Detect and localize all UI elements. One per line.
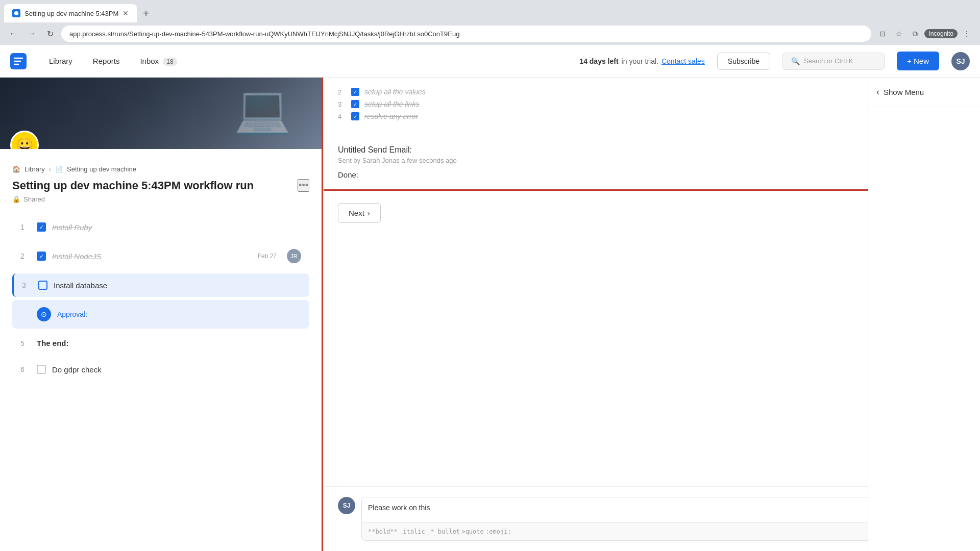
new-tab-button[interactable]: + xyxy=(139,6,153,21)
task-section-label: The end: xyxy=(37,339,301,347)
task-item[interactable]: 5 The end: xyxy=(12,332,309,355)
completed-item-num: 4 xyxy=(338,113,346,120)
search-box[interactable]: 🔍 Search or Ctrl+K xyxy=(782,53,885,70)
task-user-avatar: JR xyxy=(287,249,301,263)
chevron-right-icon: › xyxy=(368,209,370,217)
lock-icon: 🔒 xyxy=(12,195,20,203)
next-label: Next xyxy=(349,209,364,217)
task-checkbox[interactable] xyxy=(38,281,47,290)
task-item[interactable]: 1 ✓ Install Ruby xyxy=(12,215,309,239)
task-list: 1 ✓ Install Ruby 2 ✓ Install NodeJS Feb … xyxy=(0,209,322,551)
tab-close-button[interactable]: ✕ xyxy=(122,9,129,17)
task-checkbox[interactable] xyxy=(37,365,46,374)
trial-banner: 14 days left in your trial. Contact sale… xyxy=(579,57,704,65)
comment-avatar: SJ xyxy=(338,497,355,514)
task-checkbox[interactable]: ✓ xyxy=(37,222,46,232)
task-number: 6 xyxy=(20,365,31,373)
avatar[interactable]: SJ xyxy=(951,52,970,70)
completed-checkbox: ✓ xyxy=(351,88,359,96)
workflow-header-image: 💻 😀 xyxy=(0,78,322,149)
completed-item-num: 2 xyxy=(338,88,346,96)
bold-hint: **bold** xyxy=(368,528,398,535)
bullet-hint: * bullet xyxy=(430,528,460,535)
reload-button[interactable]: ↻ xyxy=(43,27,57,41)
breadcrumb: 🏠 Library › 📄 Setting up dev machine xyxy=(12,165,309,173)
svg-point-0 xyxy=(14,11,18,15)
address-bar-row: ← → ↻ app.process.st/runs/Setting-up-dev… xyxy=(0,22,980,45)
tab-title: Setting up dev machine 5:43PM xyxy=(24,10,118,17)
left-panel: 💻 😀 🏠 Library › 📄 Setting up dev machine… xyxy=(0,78,322,551)
breadcrumb-workflow-link[interactable]: Setting up dev machine xyxy=(67,165,136,173)
extension-icon[interactable]: ⧉ xyxy=(908,27,922,41)
more-chrome-icon[interactable]: ⋮ xyxy=(960,27,974,41)
task-item[interactable]: 2 ✓ Install NodeJS Feb 27 JR xyxy=(12,242,309,270)
next-button[interactable]: Next › xyxy=(338,203,381,223)
trial-suffix: in your trial. xyxy=(622,57,658,65)
inbox-count-badge: 18 xyxy=(163,58,177,66)
search-icon: 🔍 xyxy=(791,57,800,65)
task-label: Install Ruby xyxy=(52,223,301,232)
quote-hint: >quote xyxy=(461,528,483,535)
inbox-label: Inbox xyxy=(140,57,159,65)
task-date: Feb 27 xyxy=(258,253,277,260)
breadcrumb-library-link[interactable]: Library xyxy=(24,165,45,173)
emoji-hint: :emoji: xyxy=(485,528,511,535)
logo[interactable] xyxy=(10,53,27,69)
tab-bar: Setting up dev machine 5:43PM ✕ + xyxy=(0,0,980,22)
task-number: 1 xyxy=(20,223,31,231)
subscribe-button[interactable]: Subscribe xyxy=(717,53,770,70)
more-options-button[interactable]: ••• xyxy=(298,179,309,192)
task-label: Do gdpr check xyxy=(52,365,301,374)
trial-days: 14 days left xyxy=(579,57,618,65)
chrome-icons: ⊡ ☆ ⧉ Incognito ⋮ xyxy=(875,27,974,41)
main-content: 💻 😀 🏠 Library › 📄 Setting up dev machine… xyxy=(0,78,980,551)
contact-sales-link[interactable]: Contact sales xyxy=(662,57,705,65)
completed-checkbox: ✓ xyxy=(351,112,359,120)
right-panel: 2 ✓ setup all the values 3 ✓ setup all t… xyxy=(323,78,980,551)
address-bar[interactable]: app.process.st/runs/Setting-up-dev-machi… xyxy=(61,26,871,42)
approval-icon: ⊙ xyxy=(37,307,51,321)
incognito-badge: Incognito xyxy=(924,29,958,38)
approval-label: Approval: xyxy=(57,310,301,318)
reports-nav-link[interactable]: Reports xyxy=(89,55,124,67)
shared-label: Shared xyxy=(23,195,45,203)
chevron-left-icon: ‹ xyxy=(876,87,879,97)
task-item-approval[interactable]: ⊙ Approval: xyxy=(12,300,309,329)
format-hint: **bold** _italic_ * bullet >quote :emoji… xyxy=(368,528,921,535)
completed-item-num: 3 xyxy=(338,101,346,108)
bookmark-icon[interactable]: ☆ xyxy=(892,27,906,41)
task-label: Install database xyxy=(54,281,301,290)
task-item-active[interactable]: 3 Install database xyxy=(12,273,309,297)
address-text: app.process.st/runs/Setting-up-dev-machi… xyxy=(69,30,459,38)
completed-item-text: setup all the values xyxy=(364,88,426,96)
show-menu-label: Show Menu xyxy=(884,88,924,96)
tab-favicon xyxy=(12,9,20,17)
breadcrumb-separator: › xyxy=(49,165,51,173)
workflow-info: 🏠 Library › 📄 Setting up dev machine Set… xyxy=(0,149,322,209)
show-menu-button[interactable]: ‹ Show Menu xyxy=(868,78,980,107)
library-nav-link[interactable]: Library xyxy=(45,55,77,67)
workflow-title: Setting up dev machine 5:43PM workflow r… xyxy=(12,179,254,192)
active-tab[interactable]: Setting up dev machine 5:43PM ✕ xyxy=(4,4,137,22)
home-icon: 🏠 xyxy=(12,165,20,173)
completed-item-text: resolve any error xyxy=(364,112,418,120)
task-checkbox[interactable]: ✓ xyxy=(37,252,46,261)
back-button[interactable]: ← xyxy=(6,27,20,41)
show-menu-panel: ‹ Show Menu xyxy=(868,78,980,551)
completed-item-text: setup all the links xyxy=(364,100,419,108)
forward-button[interactable]: → xyxy=(24,27,39,41)
task-number: 5 xyxy=(20,339,31,347)
inbox-nav-link[interactable]: Inbox 18 xyxy=(136,55,181,67)
completed-checkbox: ✓ xyxy=(351,100,359,108)
new-button[interactable]: + New xyxy=(897,52,939,70)
task-number: 2 xyxy=(20,252,31,260)
task-label: Install NodeJS xyxy=(52,252,252,261)
task-number: 3 xyxy=(22,281,32,289)
breadcrumb-doc-icon: 📄 xyxy=(55,166,63,173)
workflow-meta: 🔒 Shared xyxy=(12,195,309,203)
italic-hint: _italic_ xyxy=(399,528,429,535)
cast-icon[interactable]: ⊡ xyxy=(875,27,890,41)
top-nav: Library Reports Inbox 18 14 days left in… xyxy=(0,45,980,78)
search-placeholder-text: Search or Ctrl+K xyxy=(804,57,853,65)
task-item[interactable]: 6 Do gdpr check xyxy=(12,358,309,381)
